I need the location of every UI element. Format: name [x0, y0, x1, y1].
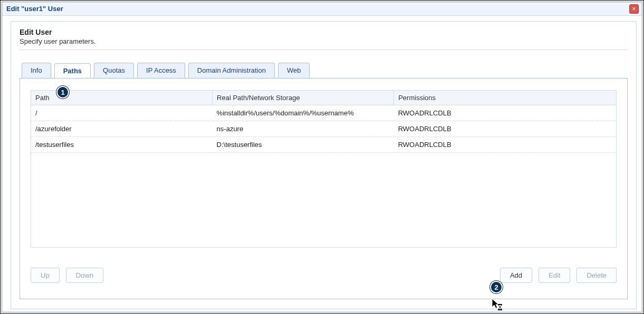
page-title: Edit User — [20, 28, 628, 36]
tab-web[interactable]: Web — [278, 63, 310, 78]
cursor-icon — [492, 299, 504, 312]
edit-button[interactable]: Edit — [539, 268, 570, 283]
content-panel: Edit User Specify user parameters. Info … — [11, 21, 637, 309]
svg-marker-0 — [492, 299, 498, 308]
svg-line-3 — [498, 305, 502, 309]
tab-quotas[interactable]: Quotas — [94, 63, 134, 78]
up-button[interactable]: Up — [31, 268, 60, 283]
cell-perm: RWOADRLCDLB — [394, 105, 617, 121]
col-perm[interactable]: Permissions — [394, 91, 617, 105]
table-empty-space — [31, 153, 617, 248]
cell-path: / — [31, 105, 213, 121]
table-row[interactable]: /azurefolder ns-azure RWOADRLCDLB — [31, 121, 617, 137]
paths-table: Path Real Path/Network Storage Permissio… — [31, 90, 617, 248]
cell-perm: RWOADRLCDLB — [394, 121, 617, 137]
scroll-area[interactable]: Edit User Specify user parameters. Info … — [2, 16, 642, 312]
close-icon[interactable]: × — [629, 4, 639, 14]
cell-real: D:\testuserfiles — [213, 137, 394, 153]
tab-ip-access[interactable]: IP Access — [137, 63, 185, 78]
divider — [20, 50, 628, 50]
cell-perm: RWOADRLCDLB — [394, 137, 617, 153]
tab-domain-admin[interactable]: Domain Administration — [188, 63, 275, 78]
down-button[interactable]: Down — [66, 268, 103, 283]
svg-line-4 — [498, 305, 502, 309]
col-real[interactable]: Real Path/Network Storage — [213, 91, 394, 105]
table-row[interactable]: /testuserfiles D:\testuserfiles RWOADRLC… — [31, 137, 617, 153]
tabstrip: Info Paths Quotas IP Access Domain Admin… — [22, 63, 628, 78]
cell-real: %installdir%/users/%domain%/%username% — [213, 105, 394, 121]
table-row[interactable]: / %installdir%/users/%domain%/%username%… — [31, 105, 617, 121]
table-header-row: Path Real Path/Network Storage Permissio… — [31, 91, 617, 105]
delete-button[interactable]: Delete — [576, 268, 617, 283]
dialog-window: Edit "user1" User × Edit User Specify us… — [2, 2, 642, 312]
titlebar: Edit "user1" User × — [2, 2, 642, 16]
svg-rect-2 — [498, 309, 502, 310]
cell-real: ns-azure — [213, 121, 394, 137]
cell-path: /azurefolder — [31, 121, 213, 137]
tab-info[interactable]: Info — [22, 63, 51, 78]
tab-body-paths: Path Real Path/Network Storage Permissio… — [20, 78, 628, 299]
svg-rect-1 — [498, 304, 502, 305]
button-row: Up Down Add Edit Delete — [31, 268, 617, 283]
page-subtitle: Specify user parameters. — [20, 37, 628, 45]
window-title: Edit "user1" User — [6, 5, 63, 13]
add-button[interactable]: Add — [500, 268, 532, 283]
cell-path: /testuserfiles — [31, 137, 213, 153]
col-path[interactable]: Path — [31, 91, 213, 105]
tab-paths[interactable]: Paths — [54, 63, 91, 78]
